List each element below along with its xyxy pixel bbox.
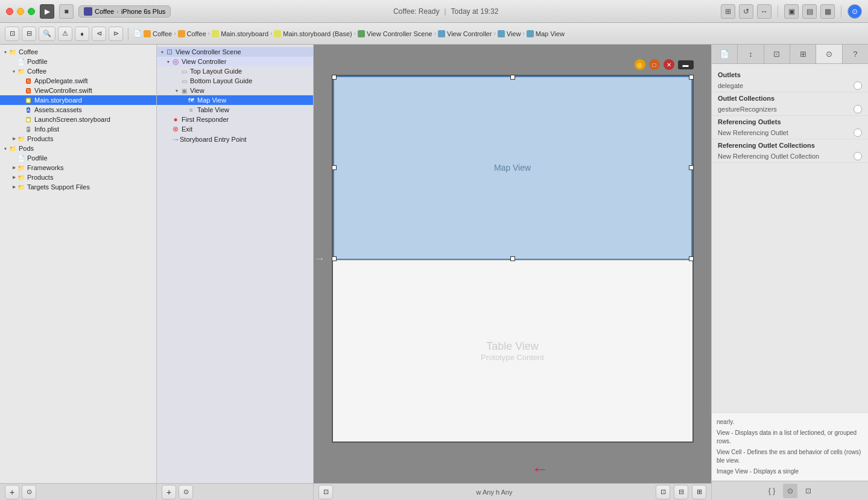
stop-button[interactable]: ■: [59, 4, 74, 19]
debug-toggle[interactable]: ⊟: [22, 27, 36, 41]
scene-item-vcscene[interactable]: ⊡ View Controller Scene: [157, 47, 313, 57]
minimize-button[interactable]: [17, 8, 24, 15]
handle-tr[interactable]: [689, 75, 694, 80]
referencing-outlets-new-circle[interactable]: [854, 128, 862, 137]
help-text-1: nearly.: [717, 418, 863, 426]
handle-bl[interactable]: [332, 256, 337, 261]
close-button[interactable]: [6, 8, 13, 15]
sidebar-item-podfile2[interactable]: 📄 Podfile: [0, 153, 156, 163]
handle-mr[interactable]: [689, 165, 694, 170]
canvas-content[interactable]: ◎ □ ✕ ▬: [314, 45, 711, 483]
sidebar-item-appdelegate[interactable]: S AppDelegate.swift: [0, 76, 156, 86]
rpb-tab-2[interactable]: ⊙: [783, 484, 797, 498]
rp-tab-arrows[interactable]: ↕: [738, 45, 764, 63]
editor-toggle-3[interactable]: ↔: [757, 4, 771, 19]
scene-item-entrypoint[interactable]: → Storyboard Entry Point: [157, 134, 313, 145]
scene-item-vc[interactable]: ◎ View Controller: [157, 57, 313, 66]
layout-toggle-2[interactable]: ▤: [802, 4, 817, 19]
referencing-outlets-new-item[interactable]: New Referencing Outlet: [712, 127, 868, 139]
sidebar-item-pods[interactable]: 📁 Pods: [0, 144, 156, 153]
scene-item-exit[interactable]: ⊗ Exit: [157, 124, 313, 134]
sidebar-item-products1[interactable]: 📁 Products: [0, 134, 156, 144]
scheme-selector[interactable]: Coffee › iPhone 6s Plus: [78, 5, 171, 17]
outlet-collections-gesture-item[interactable]: gestureRecognizers: [712, 103, 868, 116]
rpb-tab-1[interactable]: { }: [765, 484, 779, 498]
outlets-delegate-item[interactable]: delegate: [712, 80, 868, 92]
constraint-icon-1[interactable]: ◎: [635, 59, 645, 70]
sidebar-item-products2[interactable]: 📁 Products: [0, 172, 156, 182]
scene-item-mapview[interactable]: 🗺 Map View: [157, 95, 313, 105]
sidebar-item-targets-support[interactable]: 📁 Targets Support Files: [0, 182, 156, 192]
sidebar-item-frameworks[interactable]: 📁 Frameworks: [0, 163, 156, 172]
referencing-outlet-collections-new-item[interactable]: New Referencing Outlet Collection: [712, 150, 868, 163]
scene-tree-add-btn[interactable]: +: [162, 485, 176, 499]
add-file-button[interactable]: +: [5, 485, 19, 499]
breadcrumb-coffee2[interactable]: Coffee: [178, 30, 206, 37]
filter-btn[interactable]: ♦: [75, 27, 89, 41]
handle-tc[interactable]: [510, 75, 515, 80]
breadcrumb-vcscene[interactable]: View Controller Scene: [358, 30, 432, 37]
rp-tab-attributes[interactable]: ⊡: [764, 45, 790, 63]
scene-icon-vc: ◎: [171, 57, 180, 66]
circle-button[interactable]: ⊙: [847, 4, 862, 19]
canvas-layout-2[interactable]: ⊟: [674, 485, 688, 499]
layout-toggle-3[interactable]: ▦: [820, 4, 835, 19]
scene-item-top-layout[interactable]: ▭ Top Layout Guide: [157, 66, 313, 76]
sidebar-item-podfile1[interactable]: 📄 Podfile: [0, 57, 156, 66]
breadcrumb-base[interactable]: Main.storyboard (Base): [274, 30, 352, 37]
breadcrumb-coffee1[interactable]: Coffee: [144, 30, 172, 37]
outlets-delegate-circle[interactable]: [854, 81, 862, 90]
canvas-layout-1[interactable]: ⊡: [656, 485, 670, 499]
handle-tl[interactable]: [332, 75, 337, 80]
warning-btn[interactable]: ⚠: [58, 27, 72, 41]
scene-item-firstresponder[interactable]: ● First Responder: [157, 115, 313, 124]
canvas-scene-btn[interactable]: ⊡: [318, 485, 333, 499]
scene-item-tableview[interactable]: ≡ Table View: [157, 105, 313, 115]
back-btn[interactable]: ⊲: [92, 27, 106, 41]
forward-btn[interactable]: ⊳: [109, 27, 123, 41]
referencing-outlet-collections-new-label: New Referencing Outlet Collection: [718, 153, 849, 160]
handle-bc[interactable]: [510, 256, 515, 261]
rpb-tab-3[interactable]: ⊡: [801, 484, 816, 498]
sidebar-item-assets[interactable]: A Assets.xcassets: [0, 105, 156, 115]
scene-tree-filter-btn[interactable]: ⊙: [179, 485, 193, 499]
breadcrumb-vc[interactable]: View Controller: [438, 30, 492, 37]
editor-toggle-2[interactable]: ↺: [739, 4, 753, 19]
sidebar-item-viewcontroller[interactable]: S ViewController.swift: [0, 86, 156, 95]
breadcrumb-folder-icon2: [178, 30, 185, 37]
device-frame-btn[interactable]: ▬: [678, 60, 694, 69]
referencing-outlet-collections-circle[interactable]: [854, 152, 862, 160]
search-btn[interactable]: 🔍: [39, 27, 55, 41]
maximize-button[interactable]: [28, 8, 35, 15]
canvas-layout-3[interactable]: ⊞: [692, 485, 706, 499]
sidebar-item-coffee-root[interactable]: 📁 Coffee: [0, 47, 156, 57]
constraint-icon-2[interactable]: □: [649, 59, 660, 70]
sidebar-item-infoplist[interactable]: P Info.plist: [0, 124, 156, 134]
filter-button[interactable]: ⊙: [22, 485, 36, 499]
handle-ml[interactable]: [332, 165, 337, 170]
rp-tab-file[interactable]: 📄: [712, 45, 738, 63]
scene-item-bottom-layout[interactable]: ▭ Bottom Layout Guide: [157, 76, 313, 86]
layout-toggle-1[interactable]: ▣: [784, 4, 799, 19]
editor-toggle-1[interactable]: ⊞: [721, 4, 735, 19]
constraint-icon-3[interactable]: ✕: [664, 59, 674, 70]
sidebar-item-coffee-sub[interactable]: 📁 Coffee: [0, 66, 156, 76]
breadcrumb-mainstoryboard[interactable]: Main.storyboard: [212, 30, 268, 37]
navigator-toggle[interactable]: ⊡: [5, 27, 19, 41]
map-view-section[interactable]: Map View: [333, 76, 692, 260]
handle-br[interactable]: [689, 256, 694, 261]
breadcrumb-mapview[interactable]: Map View: [527, 30, 565, 37]
canvas-area: ◎ □ ✕ ▬: [314, 45, 711, 500]
rp-tab-help[interactable]: ?: [843, 45, 868, 63]
right-panel-help: nearly. View - Displays data in a list o…: [712, 413, 868, 481]
outlet-collections-gesture-circle[interactable]: [854, 105, 862, 113]
sidebar-item-mainstoryboard[interactable]: ▣ Main.storyboard: [0, 95, 156, 105]
rp-tab-size[interactable]: ⊞: [790, 45, 816, 63]
breadcrumb-view[interactable]: View: [498, 30, 521, 37]
scene-item-view[interactable]: ▣ View: [157, 86, 313, 95]
bc-sep5: ›: [434, 30, 436, 37]
sidebar-item-launchscreen[interactable]: ▣ LaunchScreen.storyboard: [0, 115, 156, 124]
table-view-section[interactable]: Table View Prototype Content: [333, 260, 692, 442]
run-button[interactable]: ▶: [40, 4, 54, 19]
rp-tab-connections[interactable]: ⊙: [816, 45, 842, 63]
